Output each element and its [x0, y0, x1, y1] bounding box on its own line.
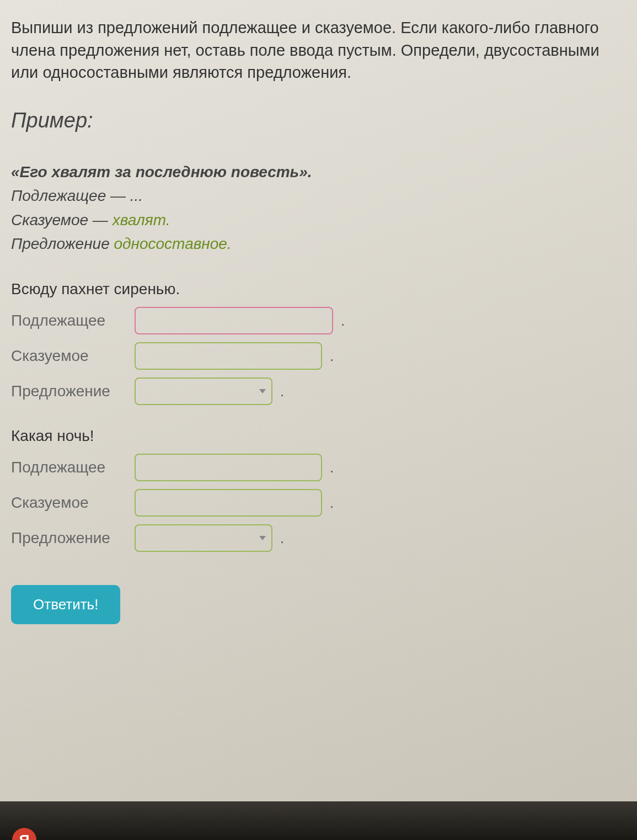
predicate-label: Сказуемое — [11, 494, 127, 512]
type-select[interactable] — [135, 524, 272, 552]
example-predicate-label: Сказуемое — — [11, 211, 113, 228]
example-subject-value: ... — [130, 187, 143, 204]
example-subject-label: Подлежащее — — [11, 187, 130, 204]
example-subject-line: Подлежащее — ... — [11, 184, 620, 208]
period: . — [341, 312, 345, 329]
period: . — [330, 348, 334, 365]
subject-input[interactable] — [135, 307, 333, 334]
type-label: Предложение — [11, 529, 127, 547]
example-quote: «Его хвалят за последнюю повесть». — [11, 160, 620, 184]
example-block: «Его хвалят за последнюю повесть». Подле… — [11, 160, 620, 256]
example-type-label: Предложение — [11, 235, 114, 252]
predicate-input[interactable] — [135, 489, 322, 517]
subject-label: Подлежащее — [11, 459, 127, 476]
type-select[interactable] — [135, 378, 272, 405]
question-1: Всюду пахнет сиренью. Подлежащее . Сказу… — [11, 280, 620, 405]
period: . — [330, 495, 334, 512]
taskbar — [0, 801, 637, 840]
question-1-sentence: Всюду пахнет сиренью. — [11, 280, 620, 298]
period: . — [280, 383, 284, 400]
example-predicate-line: Сказуемое — хвалят. — [11, 208, 620, 232]
subject-input[interactable] — [135, 454, 322, 481]
submit-button[interactable]: Ответить! — [11, 585, 120, 624]
question-2: Какая ночь! Подлежащее . Сказуемое . Пре… — [11, 427, 620, 552]
type-label: Предложение — [11, 382, 127, 400]
period: . — [280, 530, 284, 547]
period: . — [330, 459, 334, 476]
question-2-sentence: Какая ночь! — [11, 427, 620, 445]
predicate-input[interactable] — [135, 342, 322, 370]
predicate-label: Сказуемое — [11, 347, 127, 365]
example-type-line: Предложение односоставное. — [11, 232, 620, 256]
example-predicate-value: хвалят. — [113, 211, 170, 228]
example-type-value: односоставное. — [114, 235, 232, 252]
example-heading: Пример: — [11, 109, 620, 132]
subject-label: Подлежащее — [11, 312, 127, 329]
task-instructions: Выпиши из предложений подлежащее и сказу… — [11, 17, 620, 84]
